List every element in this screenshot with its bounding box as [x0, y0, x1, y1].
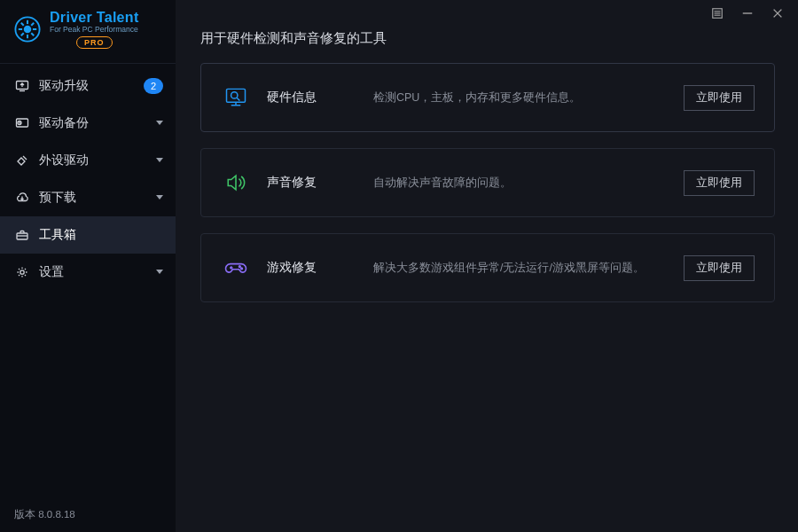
svg-line-13	[21, 23, 24, 26]
svg-line-16	[21, 34, 24, 36]
use-now-button[interactable]: 立即使用	[684, 170, 755, 196]
svg-line-29	[237, 98, 239, 100]
main-content: 用于硬件检测和声音修复的工具 硬件信息 检测CPU，主板，内存和更多硬件信息。 …	[176, 0, 798, 532]
sidebar-item-pre-download[interactable]: 预下载	[0, 179, 176, 216]
pro-badge: PRO	[76, 36, 113, 49]
sidebar-item-driver-backup[interactable]: 驱动备份	[0, 105, 176, 142]
tool-card-title: 游戏修复	[267, 260, 373, 276]
menu-button[interactable]	[708, 4, 727, 23]
sidebar-item-label: 工具箱	[39, 227, 76, 243]
use-now-button[interactable]: 立即使用	[684, 255, 755, 281]
sidebar-item-peripheral-drivers[interactable]: 外设驱动	[0, 142, 176, 179]
sidebar-item-driver-upgrade[interactable]: 驱动升级 2	[0, 67, 176, 105]
tool-card-title: 硬件信息	[267, 90, 373, 106]
sidebar-nav: 驱动升级 2 驱动备份	[0, 67, 176, 291]
app-title: Driver Talent	[50, 11, 139, 26]
download-icon	[14, 190, 30, 206]
chevron-down-icon	[156, 121, 163, 125]
badge-count: 2	[144, 78, 163, 94]
svg-line-14	[31, 34, 34, 36]
svg-point-24	[20, 270, 24, 274]
svg-line-21	[23, 156, 27, 160]
sidebar-item-toolbox[interactable]: 工具箱	[0, 216, 176, 254]
chevron-down-icon	[156, 158, 163, 162]
chevron-down-icon	[156, 195, 163, 200]
svg-rect-25	[227, 89, 246, 102]
sidebar-item-label: 驱动升级	[39, 78, 89, 94]
tool-card-hardware-info: 硬件信息 检测CPU，主板，内存和更多硬件信息。 立即使用	[200, 63, 775, 132]
svg-point-32	[239, 266, 241, 268]
svg-line-15	[31, 23, 34, 26]
chevron-down-icon	[156, 270, 163, 274]
speaker-icon	[221, 168, 251, 198]
svg-point-28	[231, 92, 238, 98]
app-logo: Driver Talent For Peak PC Performance PR…	[0, 5, 176, 58]
svg-point-33	[241, 268, 243, 270]
upgrade-icon	[14, 78, 30, 94]
close-button[interactable]	[768, 4, 787, 23]
sidebar-item-label: 外设驱动	[39, 153, 89, 168]
minimize-button[interactable]	[738, 4, 757, 23]
sidebar-item-label: 预下载	[39, 190, 76, 206]
peripheral-icon	[14, 153, 30, 168]
gear-icon	[14, 264, 30, 280]
tool-card-desc: 检测CPU，主板，内存和更多硬件信息。	[373, 90, 684, 106]
tool-card-desc: 自动解决声音故障的问题。	[373, 176, 684, 191]
version-label: 版本 8.0.8.18	[0, 499, 176, 532]
backup-icon	[14, 115, 30, 131]
app-subtitle: For Peak PC Performance	[50, 26, 139, 34]
toolbox-icon	[14, 227, 30, 243]
use-now-button[interactable]: 立即使用	[684, 85, 755, 111]
tool-card-title: 声音修复	[267, 175, 373, 191]
sidebar-item-settings[interactable]: 设置	[0, 254, 176, 291]
gamepad-icon	[221, 253, 251, 283]
sidebar: Driver Talent For Peak PC Performance PR…	[0, 0, 176, 532]
page-title: 用于硬件检测和声音修复的工具	[200, 30, 775, 47]
tool-card-desc: 解决大多数游戏组件异常/无法运行/游戏黑屏等问题。	[373, 261, 684, 276]
divider	[0, 63, 176, 64]
sidebar-item-label: 驱动备份	[39, 115, 89, 131]
svg-point-8	[24, 26, 32, 34]
sidebar-item-label: 设置	[39, 264, 64, 280]
tool-card-game-repair: 游戏修复 解决大多数游戏组件异常/无法运行/游戏黑屏等问题。 立即使用	[200, 233, 775, 302]
hardware-monitor-icon	[221, 82, 251, 113]
gear-logo-icon	[12, 14, 43, 44]
tool-card-sound-repair: 声音修复 自动解决声音故障的问题。 立即使用	[200, 148, 775, 217]
